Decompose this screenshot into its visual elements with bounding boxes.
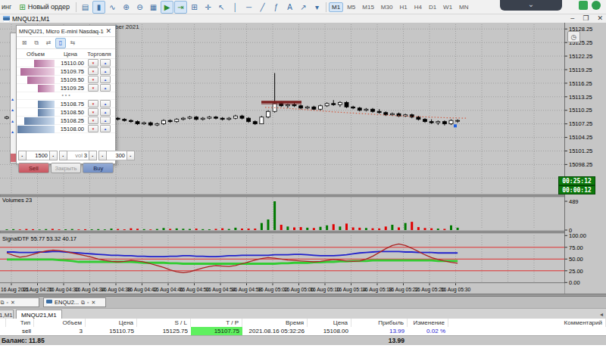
col-header[interactable]: Прибыль — [351, 319, 408, 327]
dom-panel-titlebar[interactable]: MNQU21, Micro E-mini Nasdaq-10... ✕ — [17, 26, 115, 37]
volume-stepper[interactable]: ▪ vol3 ▪ — [59, 151, 97, 160]
restore-icon[interactable]: ⧉ — [0, 300, 4, 305]
buy-at-price-button[interactable]: ▴ — [100, 117, 111, 124]
timeframe-m1[interactable]: M1 — [329, 2, 343, 12]
one-click-trading-icon[interactable]: ⇆ — [67, 38, 78, 48]
trendline-icon[interactable]: ╱ — [256, 1, 269, 14]
col-header[interactable]: Изменение — [408, 319, 448, 327]
buy-at-price-button[interactable]: ▴ — [100, 67, 111, 75]
timeframe-m5[interactable]: M5 — [344, 2, 358, 12]
mt5-terminal: инг ⊞ Новый ордер ▤▮∿⊕⊖▦▶⇥⊞✛↖│─╱ƒA↗▾ M1M… — [0, 0, 606, 364]
minimized-window[interactable]: ENQU2... ⧉ ▫ ✕ — [43, 297, 106, 307]
col-header[interactable]: T / P — [191, 319, 242, 327]
minimize-button[interactable]: – — [570, 15, 574, 22]
volume-bar — [457, 228, 459, 230]
cursor-icon[interactable]: ↖ — [215, 1, 228, 14]
screen-overlay-widget[interactable]: ⌄ — [500, 0, 562, 11]
close-icon[interactable]: ✕ — [92, 300, 96, 305]
crosshair-icon[interactable]: ✛ — [201, 1, 214, 14]
zoom-out-icon[interactable]: ⊖ — [133, 1, 146, 14]
sell-at-price-button[interactable]: ▾ — [88, 117, 98, 124]
close-icon[interactable]: ✕ — [104, 27, 113, 35]
col-header[interactable]: Цена — [308, 319, 351, 327]
sell-at-price-button[interactable]: ▾ — [88, 59, 98, 67]
vertical-line-icon[interactable]: │ — [229, 1, 242, 14]
stepper-down-icon[interactable]: ▪ — [59, 151, 67, 160]
fibonacci-icon[interactable]: ƒ — [270, 1, 283, 14]
col-header[interactable]: Цена — [86, 319, 137, 327]
maximize-icon[interactable]: ▫ — [6, 300, 8, 305]
chart-popup-icon[interactable]: ⊠ — [19, 38, 30, 48]
col-header[interactable]: Объем — [34, 319, 86, 327]
stepper-up-icon[interactable]: ▪ — [127, 151, 135, 160]
text-tool-icon[interactable]: A — [283, 1, 296, 14]
buy-button[interactable]: Buy — [83, 163, 114, 173]
volume-bar — [149, 229, 152, 230]
sell-at-price-button[interactable]: ▾ — [88, 84, 98, 92]
buy-at-price-button[interactable]: ▴ — [100, 108, 111, 116]
position-row[interactable]: sell315110.7515125.7515107.752021.08.16 … — [0, 327, 606, 335]
zoom-in-icon[interactable]: ⊕ — [120, 1, 133, 14]
shapes-dropdown-icon[interactable]: ▾ — [311, 1, 323, 14]
buy-at-price-button[interactable]: ▴ — [100, 59, 111, 67]
close-position-button[interactable]: Закрыть — [51, 163, 82, 173]
timeframe-m15[interactable]: M15 — [359, 2, 377, 12]
col-header[interactable] — [0, 319, 6, 327]
line-chart-icon[interactable]: ∿ — [106, 1, 119, 14]
new-window-icon[interactable]: ⊞ — [188, 1, 201, 14]
new-order-button[interactable]: ⊞ Новый ордер — [15, 2, 73, 13]
notification-green-icon[interactable] — [592, 1, 601, 10]
sell-at-price-button[interactable]: ▾ — [88, 67, 98, 75]
close-icon[interactable]: ✕ — [11, 300, 15, 305]
arrow-tool-icon[interactable]: ↗ — [297, 1, 310, 14]
candle-body — [208, 117, 211, 118]
volume-value[interactable]: 3 — [84, 152, 87, 159]
sell-at-price-button[interactable]: ▾ — [88, 76, 98, 83]
buy-at-price-button[interactable]: ▴ — [100, 76, 111, 83]
clock-icon[interactable]: ◷ — [567, 31, 580, 42]
restore-button[interactable]: ❐ — [583, 15, 589, 22]
sl-points-value[interactable]: 1500 — [27, 151, 49, 160]
tile-windows-icon[interactable]: ▦ — [147, 1, 160, 14]
stepper-down-icon[interactable]: ▪ — [98, 151, 107, 160]
col-header[interactable]: Комментарий — [448, 319, 606, 327]
restore-icon[interactable]: ⧉ — [81, 300, 85, 305]
close-button[interactable]: ✕ — [597, 15, 603, 22]
volume-bar — [32, 229, 34, 230]
chart-shift-icon[interactable]: ⇥ — [174, 1, 187, 14]
candles-chart-icon[interactable]: ▮ — [92, 1, 105, 14]
tab-scroll-icon[interactable]: ◂ — [600, 311, 603, 318]
depth-of-market-icon[interactable]: ▯ — [55, 38, 66, 48]
col-header[interactable]: Время — [242, 319, 308, 327]
timeframe-h1[interactable]: H1 — [396, 2, 410, 12]
timeframe-w1[interactable]: W1 — [440, 2, 455, 12]
timeframe-mn[interactable]: MN — [456, 2, 471, 12]
tp-points-value[interactable]: 300 — [107, 151, 127, 160]
stepper-up-icon[interactable]: ▪ — [89, 151, 97, 160]
buy-at-price-button[interactable]: ▴ — [100, 100, 111, 107]
chart-window-title: MNQU21,M1 — [12, 15, 50, 23]
maximize-icon[interactable]: ▫ — [87, 300, 89, 305]
minimized-window[interactable]: 2... ⧉ ▫ ✕ — [0, 297, 39, 307]
timeframe-h4[interactable]: H4 — [411, 2, 425, 12]
sell-at-price-button[interactable]: ▾ — [88, 100, 98, 107]
auto-scroll-icon[interactable]: ▶ — [161, 1, 173, 14]
buy-at-price-button[interactable]: ▴ — [100, 84, 111, 92]
timeframe-m30[interactable]: M30 — [378, 2, 396, 12]
sell-at-price-button[interactable]: ▾ — [88, 108, 98, 116]
stepper-up-icon[interactable]: ▪ — [49, 151, 58, 160]
col-header[interactable]: Тип — [6, 319, 34, 327]
sell-at-price-button[interactable]: ▾ — [88, 125, 98, 132]
orders-window-icon[interactable]: ⧉ — [31, 38, 42, 48]
sell-button[interactable]: Sell — [18, 163, 49, 173]
horizontal-line-icon[interactable]: ─ — [242, 1, 255, 14]
bars-chart-icon[interactable]: ▤ — [79, 1, 92, 14]
tp-points-stepper[interactable]: ▪ 300 ▪ — [98, 151, 135, 160]
sl-points-stepper[interactable]: ▪ 1500 ▪ — [18, 151, 58, 160]
timeframe-d1[interactable]: D1 — [426, 2, 439, 12]
stepper-down-icon[interactable]: ▪ — [18, 151, 27, 160]
refresh-quotes-icon[interactable]: ⇄ — [43, 38, 54, 48]
status-green-icon[interactable] — [579, 1, 588, 10]
buy-at-price-button[interactable]: ▴ — [100, 125, 111, 132]
col-header[interactable]: S / L — [137, 319, 191, 327]
